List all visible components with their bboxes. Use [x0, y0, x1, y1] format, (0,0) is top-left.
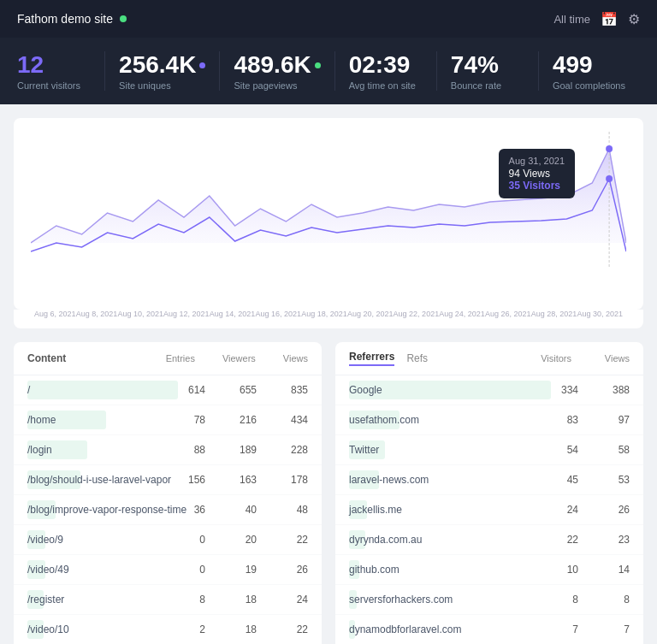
tooltip-visitors: 35 Visitors [509, 180, 565, 192]
table-row[interactable]: dyrynda.com.au 22 23 [335, 525, 643, 555]
ref-row-views: 53 [602, 474, 630, 486]
tooltip-date: Aug 31, 2021 [509, 156, 565, 166]
content-row-views: 178 [281, 474, 308, 486]
content-row-entries: 78 [178, 414, 205, 426]
chart-label-9: Aug 22, 2021 [394, 310, 440, 318]
current-visitors-value: 12 [17, 51, 91, 79]
chart-label-12: Aug 28, 2021 [531, 310, 577, 318]
content-row-views: 48 [281, 504, 308, 516]
content-row-views: 26 [281, 564, 308, 576]
stat-current-visitors: 12 Current visitors [17, 51, 105, 91]
chart-label-7: Aug 18, 2021 [301, 310, 347, 318]
table-row[interactable]: jackellis.me 24 26 [335, 495, 643, 525]
content-row-label: /video/49 [27, 564, 69, 576]
table-row[interactable]: / 614 655 835 [14, 375, 322, 405]
content-row-entries: 0 [178, 534, 205, 546]
site-title: Fathom demo site [17, 12, 113, 26]
referrers-col-headers: Visitors Views [537, 353, 630, 363]
goal-completions-value: 499 [553, 51, 626, 79]
content-row-viewers: 18 [229, 594, 257, 606]
table-row[interactable]: laravel-news.com 45 53 [335, 465, 643, 495]
ref-row-visitors: 334 [551, 384, 578, 396]
chart-tooltip-dot-visitors [606, 175, 613, 182]
ref-row-views: 7 [602, 623, 630, 635]
table-row[interactable]: serversforhackers.com 8 8 [335, 585, 643, 615]
content-row-views: 835 [281, 384, 308, 396]
stat-goal-completions: 499 Goal completions [539, 51, 640, 91]
views-col-header: Views [283, 353, 308, 363]
content-table: Content Entries Viewers Views / 614 655 … [14, 342, 322, 644]
ref-row-visitors: 24 [551, 504, 578, 516]
tab-refs[interactable]: Refs [406, 352, 428, 364]
table-row[interactable]: github.com 10 14 [335, 555, 643, 585]
content-row-entries: 8 [178, 594, 205, 606]
table-row[interactable]: /home 78 216 434 [14, 405, 322, 435]
ref-row-visitors: 10 [551, 564, 578, 576]
content-row-viewers: 19 [229, 564, 257, 576]
content-row-label: /login [27, 444, 52, 456]
ref-row-visitors: 83 [551, 414, 578, 426]
table-row[interactable]: dynamodbforlaravel.com 7 7 [335, 615, 643, 644]
settings-icon[interactable]: ⚙ [628, 11, 640, 27]
site-uniques-label: Site uniques [119, 80, 205, 91]
ref-row-label: Google [349, 384, 382, 396]
ref-row-views: 14 [602, 564, 630, 576]
content-row-entries: 0 [178, 564, 205, 576]
ref-row-views: 8 [602, 594, 630, 606]
content-table-title: Content [27, 352, 166, 364]
content-row-viewers: 40 [229, 504, 257, 516]
content-row-views: 228 [281, 444, 308, 456]
viewers-col-header: Viewers [222, 353, 256, 363]
uniques-dot [199, 62, 205, 68]
table-row[interactable]: usefathom.com 83 97 [335, 405, 643, 435]
ref-row-views: 58 [602, 444, 630, 456]
ref-row-visitors: 45 [551, 474, 578, 486]
ref-row-views: 23 [602, 534, 630, 546]
content-row-entries: 2 [178, 623, 205, 635]
calendar-icon[interactable]: 📅 [601, 11, 618, 27]
table-row[interactable]: /blog/improve-vapor-response-time 36 40 … [14, 495, 322, 525]
content-row-viewers: 655 [229, 384, 257, 396]
ref-row-label: dyrynda.com.au [349, 534, 422, 546]
avg-time-value: 02:39 [349, 51, 423, 79]
content-row-label: /blog/improve-vapor-response-time [27, 504, 186, 516]
ref-row-visitors: 8 [551, 594, 578, 606]
content-col-headers: Entries Viewers Views [166, 353, 308, 363]
content-row-viewers: 189 [229, 444, 257, 456]
tab-referrers[interactable]: Referrers [349, 351, 394, 366]
chart-tooltip: Aug 31, 2021 94 Views 35 Visitors [499, 149, 575, 198]
ref-row-label: laravel-news.com [349, 474, 429, 486]
stat-site-pageviews: 489.6K Site pageviews [220, 51, 334, 91]
content-row-viewers: 18 [229, 623, 257, 635]
table-row[interactable]: /login 88 189 228 [14, 435, 322, 465]
table-row[interactable]: Google 334 388 [335, 375, 643, 405]
ref-views-header: Views [595, 353, 630, 363]
stat-site-uniques: 256.4K Site uniques [105, 51, 220, 91]
ref-row-label: github.com [349, 564, 400, 576]
ref-row-views: 26 [602, 504, 630, 516]
pageviews-dot [315, 62, 321, 68]
chart-label-10: Aug 24, 2021 [439, 310, 485, 318]
stat-avg-time: 02:39 Avg time on site [335, 51, 437, 91]
table-row[interactable]: /video/10 2 18 22 [14, 615, 322, 644]
table-row[interactable]: /blog/should-i-use-laravel-vapor 156 163… [14, 465, 322, 495]
content-row-entries: 156 [178, 474, 205, 486]
time-range: All time [553, 13, 590, 26]
table-row[interactable]: Twitter 54 58 [335, 435, 643, 465]
table-row[interactable]: /video/49 0 19 26 [14, 555, 322, 585]
live-indicator [120, 15, 127, 22]
chart-label-11: Aug 26, 2021 [485, 310, 531, 318]
ref-row-label: dynamodbforlaravel.com [349, 623, 461, 635]
content-row-label: /register [27, 594, 64, 606]
bounce-rate-label: Bounce rate [451, 80, 524, 91]
content-row-views: 22 [281, 623, 308, 635]
ref-visitors-header: Visitors [537, 353, 571, 363]
ref-row-label: jackellis.me [349, 504, 402, 516]
ref-row-visitors: 7 [551, 623, 578, 635]
header-left: Fathom demo site [17, 12, 127, 26]
tables-row: Content Entries Viewers Views / 614 655 … [14, 342, 643, 644]
table-row[interactable]: /video/9 0 20 22 [14, 525, 322, 555]
table-row[interactable]: /register 8 18 24 [14, 585, 322, 615]
ref-row-views: 388 [602, 384, 630, 396]
content-row-views: 22 [281, 534, 308, 546]
